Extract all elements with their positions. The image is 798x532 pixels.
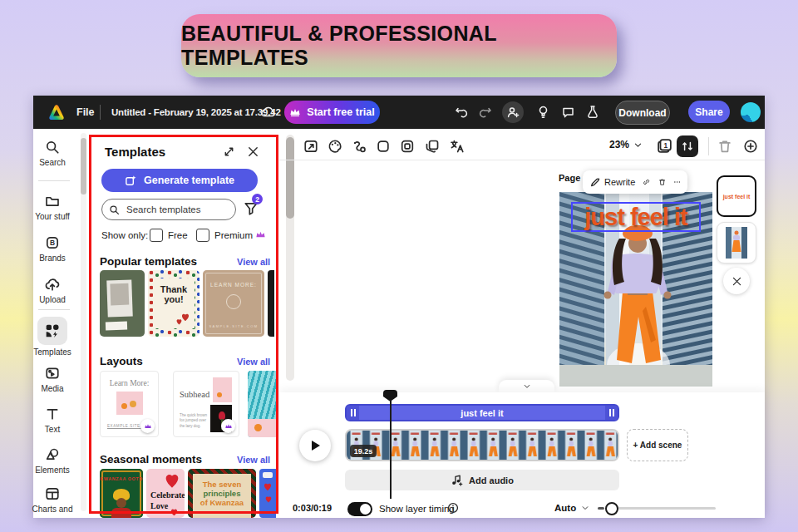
doc-title[interactable]: Untitled - February 19, 2025 at 17.39.42 bbox=[111, 107, 281, 117]
card-inner: The seven principles of Kwanzaa bbox=[193, 474, 251, 518]
sidebar-item-media[interactable]: Media bbox=[19, 366, 86, 393]
zoom-value: 23% bbox=[609, 139, 629, 150]
close-page-rail-button[interactable] bbox=[723, 268, 750, 294]
clip-trim-handle-right[interactable] bbox=[605, 406, 618, 420]
timeline-collapse-tab[interactable] bbox=[499, 380, 554, 393]
avatar[interactable] bbox=[741, 102, 761, 122]
duplicate-icon[interactable] bbox=[425, 139, 440, 154]
playhead[interactable] bbox=[383, 390, 397, 401]
play-button[interactable] bbox=[299, 430, 331, 461]
premium-label[interactable]: Premium bbox=[214, 230, 253, 240]
add-scene-button[interactable]: + Add scene bbox=[627, 429, 688, 461]
timeline-zoom-slider[interactable] bbox=[598, 501, 716, 515]
seasonal-card-celebrate-love[interactable]: Celebrate Love bbox=[146, 469, 185, 518]
premium-checkbox[interactable] bbox=[196, 229, 209, 242]
sidebar-item-your-stuff[interactable]: Your stuff bbox=[19, 194, 86, 221]
panel-scrollbar[interactable] bbox=[286, 135, 294, 381]
generate-template-button[interactable]: Generate template bbox=[101, 169, 258, 192]
add-audio-button[interactable]: Add audio bbox=[345, 470, 619, 490]
page-thumbnail-1[interactable]: just feel it bbox=[717, 175, 756, 217]
body-copy-text: The quick brown fox jumped over the lazy… bbox=[180, 413, 208, 429]
slider-knob[interactable] bbox=[605, 502, 618, 515]
label-chip bbox=[263, 472, 273, 478]
more-icon[interactable] bbox=[673, 176, 681, 188]
zoom-control[interactable]: 23% bbox=[609, 139, 643, 150]
download-button[interactable]: Download bbox=[615, 101, 670, 125]
popular-view-all[interactable]: View all bbox=[237, 257, 270, 267]
sidebar-item-upload[interactable]: Upload bbox=[19, 277, 86, 304]
search-templates-input[interactable] bbox=[125, 204, 224, 215]
animate-icon[interactable] bbox=[352, 139, 367, 154]
rewrite-button[interactable]: Rewrite bbox=[589, 176, 635, 188]
slider-track[interactable] bbox=[616, 507, 716, 510]
sidebar-item-elements[interactable]: Elements bbox=[19, 447, 86, 475]
chevron-down-icon bbox=[633, 140, 643, 150]
layer-timing-toggle[interactable] bbox=[347, 502, 372, 516]
redo-icon[interactable] bbox=[479, 106, 493, 119]
adobe-express-logo-icon[interactable] bbox=[47, 102, 66, 122]
template-card-partial[interactable] bbox=[268, 270, 274, 337]
scrollbar-thumb[interactable] bbox=[81, 138, 86, 195]
template-card-photo[interactable] bbox=[100, 270, 145, 337]
expand-icon[interactable] bbox=[223, 145, 235, 158]
layout-card-partial[interactable] bbox=[248, 371, 276, 437]
translate-icon[interactable] bbox=[450, 139, 465, 154]
free-label[interactable]: Free bbox=[168, 230, 188, 240]
page-thumbnail-2[interactable] bbox=[717, 222, 756, 264]
info-icon[interactable] bbox=[447, 502, 459, 514]
layout-card-learn-more[interactable]: Learn More: EXAMPLE.SITE.COM bbox=[100, 371, 159, 437]
idea-icon[interactable] bbox=[536, 105, 550, 120]
comment-icon[interactable] bbox=[561, 106, 575, 119]
add-people-icon[interactable] bbox=[502, 101, 524, 123]
sidebar-item-templates[interactable]: Templates bbox=[19, 317, 86, 357]
layouts-view-all[interactable]: View all bbox=[237, 357, 270, 367]
layout-card-subhead[interactable]: Subhead The quick brown fox jumped over … bbox=[173, 371, 239, 437]
close-icon[interactable] bbox=[247, 145, 259, 158]
file-menu[interactable]: File bbox=[76, 106, 95, 118]
frame-icon[interactable] bbox=[400, 139, 415, 154]
undo-icon[interactable] bbox=[454, 106, 468, 119]
sidebar-scrollbar[interactable] bbox=[81, 133, 86, 511]
face bbox=[116, 498, 126, 508]
video-clip-strip[interactable]: 19.2s bbox=[345, 429, 619, 461]
rewrite-label: Rewrite bbox=[604, 177, 635, 187]
seasonal-view-all[interactable]: View all bbox=[237, 455, 270, 465]
seasonal-card-partial[interactable] bbox=[259, 469, 276, 518]
search-templates-box[interactable] bbox=[101, 199, 236, 220]
circle-badge bbox=[226, 294, 241, 309]
free-checkbox[interactable] bbox=[150, 229, 163, 242]
layers-button[interactable] bbox=[677, 135, 698, 157]
sidebar-item-text[interactable]: Text bbox=[19, 406, 86, 434]
seasonal-card-kwanzaa-ootd[interactable]: KWANZAA OOTD bbox=[100, 469, 143, 518]
seasonal-card-seven-principles[interactable]: The seven principles of Kwanzaa bbox=[188, 469, 256, 518]
resize-icon[interactable] bbox=[303, 139, 318, 154]
share-button[interactable]: Share bbox=[688, 101, 730, 123]
clip-trim-handle-left[interactable] bbox=[347, 406, 359, 420]
pages-icon[interactable]: 1 bbox=[657, 138, 672, 154]
sidebar-item-charts[interactable]: Charts and bbox=[19, 486, 86, 514]
add-page-icon[interactable] bbox=[743, 139, 758, 154]
sidebar-item-label: Templates bbox=[19, 347, 86, 357]
sidebar-item-brands[interactable]: B Brands bbox=[19, 235, 86, 263]
cloud-sync-icon[interactable] bbox=[260, 105, 277, 120]
headline-textbox[interactable]: just feel it bbox=[571, 202, 701, 232]
template-card-thank-you[interactable]: Thank you! bbox=[148, 270, 200, 337]
svg-text:1: 1 bbox=[663, 141, 667, 150]
start-trial-button[interactable]: Start free trial bbox=[284, 101, 380, 124]
shape-icon[interactable] bbox=[376, 139, 391, 154]
trash-icon[interactable] bbox=[658, 176, 666, 188]
panel-title: Templates bbox=[105, 145, 165, 159]
template-card-learn-more[interactable]: LEARN MORE: SAMPLE.SITE.COM bbox=[203, 270, 264, 337]
speed-dropdown[interactable]: Auto bbox=[554, 503, 589, 513]
slider-min-tick bbox=[598, 507, 604, 510]
time-indicator: 0:03/0:19 bbox=[293, 503, 332, 513]
trash-icon[interactable] bbox=[717, 139, 732, 154]
scrollbar-thumb[interactable] bbox=[286, 137, 294, 219]
link-icon[interactable] bbox=[643, 176, 650, 188]
text-layer-clip[interactable]: just feel it bbox=[345, 404, 619, 421]
sidebar-item-label: Media bbox=[19, 384, 86, 393]
palette-icon[interactable] bbox=[328, 139, 342, 154]
beaker-icon[interactable] bbox=[586, 105, 599, 119]
sidebar-item-search[interactable]: Search bbox=[19, 140, 86, 167]
charts-grid-icon bbox=[19, 486, 86, 501]
